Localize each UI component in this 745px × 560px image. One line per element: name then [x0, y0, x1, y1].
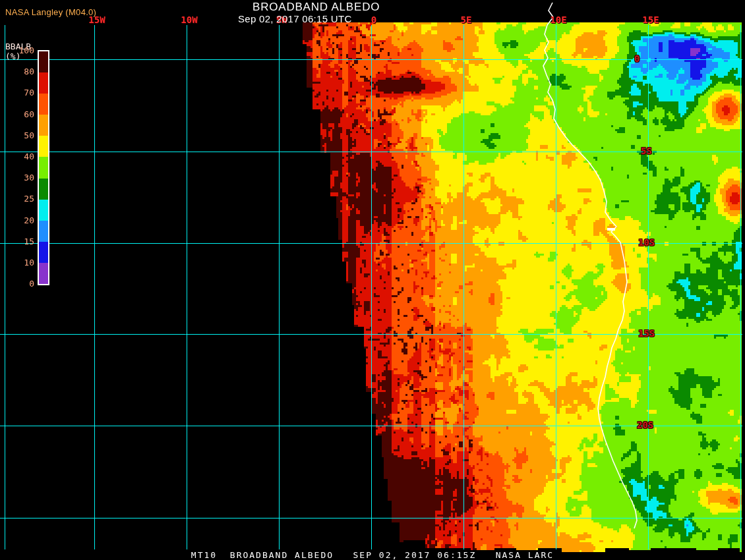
legend-color-segment [39, 263, 48, 284]
legend-tick-label: 20 [0, 215, 34, 225]
albedo-map-app: NASA Langley (M04.0) BROADBAND ALBEDO Se… [0, 0, 745, 560]
legend-tick-label: 0 [0, 279, 34, 289]
legend-color-segment [39, 94, 48, 115]
legend-color-segment [39, 157, 48, 178]
latitude-label: 20S [637, 420, 653, 430]
footer-caption: MT10 BROADBAND ALBEDO SEP 02, 2017 06:15… [0, 550, 745, 560]
legend-color-segment [39, 221, 48, 242]
longitude-label: 0 [371, 14, 376, 25]
legend-tick-label: 80 [0, 67, 34, 76]
longitude-label: 10E [550, 14, 566, 25]
latitude-label: 5S [641, 146, 652, 156]
legend-color-segment [39, 179, 48, 200]
legend-tick-label: 60 [0, 109, 34, 119]
legend-tick-label: 10 [0, 258, 34, 267]
legend-tick-label: 40 [0, 152, 34, 161]
legend-colorbar [38, 50, 49, 285]
legend-color-segment [39, 242, 48, 263]
timestamp-subtitle: Sep 02, 2017 06:15 UTC [238, 13, 352, 24]
legend-tick-label: 100 [0, 45, 34, 55]
legend-color-segment [39, 200, 48, 221]
albedo-raster-map [0, 0, 745, 560]
longitude-label: 15E [642, 14, 659, 25]
longitude-label: 5E [461, 14, 472, 25]
legend-tick-label: 25 [0, 194, 34, 204]
legend-tick-label: 30 [0, 173, 34, 182]
latitude-label: 0 [634, 53, 640, 64]
legend-tick-label: 15 [0, 237, 34, 246]
source-version-label: NASA Langley (M04.0) [5, 7, 96, 17]
latitude-label: 10S [638, 237, 655, 248]
page-title: BROADBAND ALBEDO [253, 1, 380, 14]
legend-color-segment [39, 72, 48, 94]
legend-color-segment [39, 136, 48, 157]
legend-tick-label: 70 [0, 88, 34, 98]
longitude-label: 10W [181, 14, 197, 25]
legend-color-segment [39, 115, 48, 136]
legend-color-segment [39, 51, 48, 72]
legend-tick-label: 50 [0, 130, 34, 140]
latitude-label: 15S [638, 328, 655, 339]
